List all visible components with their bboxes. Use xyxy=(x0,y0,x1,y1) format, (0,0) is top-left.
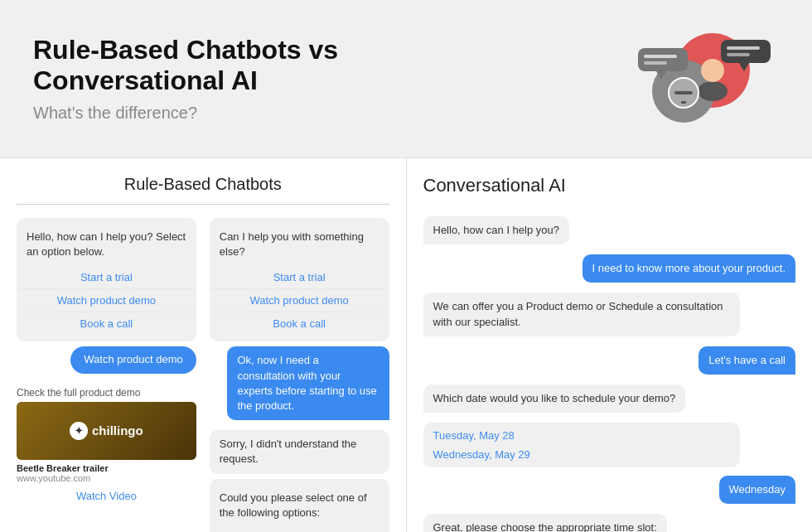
chat-col-2: Can I help you with something else? Star… xyxy=(210,218,389,532)
conv-msg-3: Let's have a call xyxy=(698,346,795,375)
date-link-2[interactable]: Wednesday, May 29 xyxy=(423,445,740,464)
svg-rect-13 xyxy=(727,53,750,56)
date-options-box: Tuesday, May 28 Wednesday, May 29 xyxy=(423,423,740,467)
svg-rect-6 xyxy=(638,48,688,71)
svg-rect-9 xyxy=(644,61,667,65)
video-label: Check the full product demo xyxy=(17,387,196,399)
greeting-box-1: Hello, how can I help you? Select an opt… xyxy=(17,218,196,341)
chat-col-1: Hello, how can I help you? Select an opt… xyxy=(17,218,196,532)
watch-video-link[interactable]: Watch Video xyxy=(17,486,196,505)
conv-msg-7: Wednesday xyxy=(719,476,795,504)
svg-point-15 xyxy=(687,91,690,94)
svg-rect-16 xyxy=(681,101,686,104)
col2-option-2[interactable]: Watch product demo xyxy=(210,289,389,312)
conv-msg-1: I need to know more about your product. xyxy=(582,254,795,283)
greeting-text-2: Can I help you with something else? xyxy=(210,225,389,266)
left-panel-title: Rule-Based Chatbots xyxy=(17,175,389,205)
video-thumbnail-inner: ✦ chillingo xyxy=(17,402,196,460)
right-chat-flow: Hello, how can I help you? I need to kno… xyxy=(423,216,796,532)
right-panel-title: Conversational AI xyxy=(423,175,796,206)
video-card: Check the full product demo ✦ chillingo … xyxy=(17,387,196,505)
col2-option-1[interactable]: Start a trial xyxy=(210,266,389,289)
bot-select-text: Could you please select one of the follo… xyxy=(210,486,389,527)
svg-rect-8 xyxy=(644,55,677,58)
svg-rect-12 xyxy=(727,46,760,50)
panel-left: Rule-Based Chatbots Hello, how can I hel… xyxy=(0,158,407,532)
svg-point-2 xyxy=(698,81,727,101)
select-option-box: Could you please select one of the follo… xyxy=(210,479,389,533)
conv-msg-8: Great, please choose the appropriate tim… xyxy=(423,514,667,532)
chillingo-icon: ✦ xyxy=(70,422,88,440)
option-book-call-1[interactable]: Book a call xyxy=(17,312,196,335)
svg-point-3 xyxy=(701,59,724,82)
date-link-1[interactable]: Tuesday, May 28 xyxy=(423,426,740,445)
illustration-svg xyxy=(613,25,779,133)
chillingo-text: chillingo xyxy=(92,423,143,438)
greeting-box-2: Can I help you with something else? Star… xyxy=(210,218,389,341)
conv-msg-0: Hello, how can I help you? xyxy=(423,216,569,244)
main-content: Rule-Based Chatbots Hello, how can I hel… xyxy=(0,158,812,532)
selected-option-bubble: Watch product demo xyxy=(70,346,196,373)
conv-msg-4: Which date would you like to schedule yo… xyxy=(423,384,686,413)
user-msg-bubble: Ok, now I need a consultation with your … xyxy=(227,346,389,420)
option-watch-demo-1[interactable]: Watch product demo xyxy=(17,289,196,312)
video-title: Beetle Breaker trailer xyxy=(17,463,196,473)
svg-point-14 xyxy=(677,91,680,94)
col2-option-3[interactable]: Book a call xyxy=(210,312,389,335)
col2-opt2-1[interactable]: Start a trial xyxy=(210,527,389,532)
header: Rule-Based Chatbots vs Conversational AI… xyxy=(0,0,812,158)
video-thumbnail[interactable]: ✦ chillingo xyxy=(17,402,196,460)
header-text: Rule-Based Chatbots vs Conversational AI… xyxy=(33,35,414,123)
chillingo-logo: ✦ chillingo xyxy=(70,422,143,440)
page-subtitle: What's the difference? xyxy=(33,104,414,123)
header-illustration xyxy=(613,25,779,133)
bot-sorry-bubble: Sorry, I didn't understand the request. xyxy=(210,430,389,473)
conv-msg-2: We can offer you a Product demo or Sched… xyxy=(423,293,740,336)
greeting-text-1: Hello, how can I help you? Select an opt… xyxy=(17,225,196,266)
page-title: Rule-Based Chatbots vs Conversational AI xyxy=(33,35,414,96)
chat-columns: Hello, how can I help you? Select an opt… xyxy=(17,218,389,532)
video-url: www.youtube.com xyxy=(17,473,196,483)
panel-right: Conversational AI Hello, how can I help … xyxy=(407,158,813,532)
svg-rect-10 xyxy=(721,40,771,63)
option-start-trial-1[interactable]: Start a trial xyxy=(17,266,196,289)
